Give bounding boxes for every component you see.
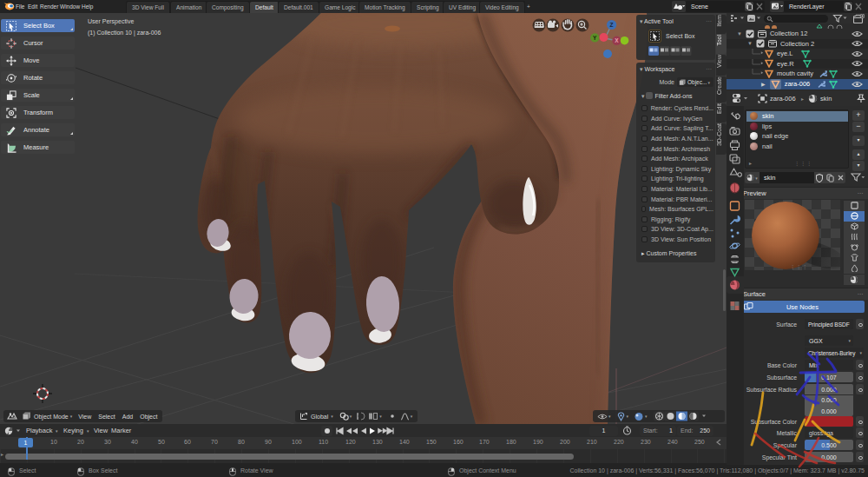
svg-text:Z: Z — [610, 22, 614, 28]
svg-text:X: X — [615, 37, 619, 43]
svg-text:⋮⋮⋮: ⋮⋮⋮ — [790, 264, 808, 269]
svg-text:Y: Y — [593, 35, 597, 41]
svg-text:(1) Collection 10 | zara-006: (1) Collection 10 | zara-006 — [88, 30, 161, 36]
svg-text:User Perspective: User Perspective — [88, 18, 134, 25]
